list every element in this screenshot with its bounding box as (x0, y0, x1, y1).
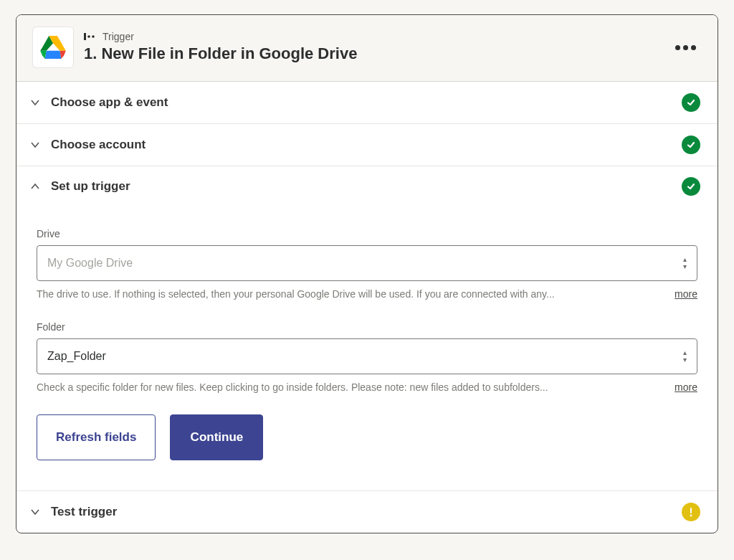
section-title: Choose account (51, 138, 673, 152)
header-text: Trigger 1. New File in Folder in Google … (84, 31, 357, 64)
app-icon-container (32, 27, 74, 68)
section-set-up-trigger[interactable]: Set up trigger (16, 166, 718, 207)
kicker-line: Trigger (84, 31, 357, 42)
refresh-fields-button[interactable]: Refresh fields (37, 414, 156, 460)
card-header: Trigger 1. New File in Folder in Google … (16, 15, 718, 82)
folder-label: Folder (37, 321, 697, 333)
section-choose-account[interactable]: Choose account (16, 124, 718, 166)
folder-field: Folder Zap_Folder ▴▾ Check a specific fo… (37, 321, 697, 393)
trigger-step-card: Trigger 1. New File in Folder in Google … (16, 14, 718, 533)
section-choose-app-event[interactable]: Choose app & event (16, 82, 718, 124)
stepper-icon: ▴▾ (683, 349, 687, 364)
button-row: Refresh fields Continue (37, 414, 697, 460)
svg-point-1 (87, 35, 90, 38)
status-ok-icon (682, 177, 700, 196)
folder-select[interactable]: Zap_Folder ▴▾ (37, 338, 697, 374)
drive-select[interactable]: My Google Drive ▴▾ (37, 245, 697, 281)
drive-help-text: The drive to use. If nothing is selected… (37, 288, 675, 300)
chevron-up-icon (28, 181, 42, 191)
drive-more-link[interactable]: more (675, 288, 697, 300)
trigger-glyph-icon (84, 32, 98, 42)
stepper-icon: ▴▾ (683, 256, 687, 270)
section-title: Test trigger (51, 505, 673, 519)
chevron-down-icon (28, 98, 42, 108)
status-ok-icon (682, 136, 700, 154)
dot-icon (683, 45, 688, 50)
drive-label: Drive (37, 228, 697, 239)
svg-point-4 (690, 515, 692, 517)
drive-placeholder: My Google Drive (47, 257, 133, 270)
section-test-trigger[interactable]: Test trigger (16, 491, 718, 533)
folder-value: Zap_Folder (47, 350, 106, 363)
folder-more-link[interactable]: more (675, 381, 697, 393)
dot-icon (691, 45, 696, 50)
svg-rect-0 (84, 33, 86, 40)
section-title: Set up trigger (51, 179, 673, 194)
svg-point-2 (92, 35, 95, 38)
dot-icon (675, 45, 680, 50)
google-drive-icon (40, 36, 66, 59)
chevron-down-icon (28, 507, 42, 517)
status-warning-icon (682, 503, 700, 521)
more-options-button[interactable] (671, 41, 700, 54)
section-title: Choose app & event (51, 95, 673, 110)
status-ok-icon (682, 93, 700, 112)
card-title: 1. New File in Folder in Google Drive (84, 44, 357, 64)
kicker-text: Trigger (103, 31, 134, 42)
continue-button[interactable]: Continue (170, 414, 263, 460)
folder-help-text: Check a specific folder for new files. K… (37, 381, 675, 393)
chevron-down-icon (28, 140, 42, 150)
drive-field: Drive My Google Drive ▴▾ The drive to us… (37, 228, 697, 300)
svg-rect-3 (690, 508, 692, 513)
setup-trigger-body: Drive My Google Drive ▴▾ The drive to us… (16, 207, 718, 491)
